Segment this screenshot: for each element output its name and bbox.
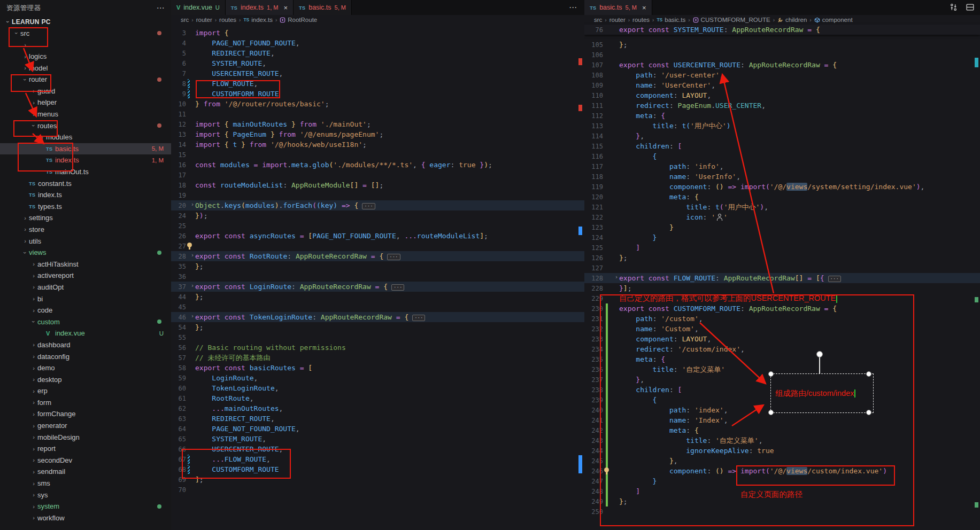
breadcrumb-routes[interactable]: routes bbox=[632, 17, 650, 23]
code-text: CUSTOMFORM_ROUTE bbox=[195, 90, 279, 98]
tree-item-form[interactable]: ›form bbox=[0, 397, 171, 409]
tree-item-types.ts[interactable]: TStypes.ts bbox=[0, 201, 171, 213]
tree-item-system[interactable]: ›system bbox=[0, 501, 171, 512]
tree-item-routes[interactable]: ›routes bbox=[0, 120, 171, 131]
tree-item-actHiTaskinst[interactable]: ›actHiTaskinst bbox=[0, 258, 171, 270]
breadcrumb-src[interactable]: src bbox=[594, 17, 602, 23]
close-icon[interactable]: × bbox=[283, 4, 288, 12]
line-number: 111 bbox=[584, 102, 603, 110]
folded-code-ellipsis[interactable]: ··· bbox=[412, 315, 425, 321]
tree-item-model[interactable]: ›model bbox=[0, 62, 171, 74]
tree-item-hidden[interactable]: › bbox=[0, 39, 171, 51]
tab-basic.ts[interactable]: TSbasic.ts5, M bbox=[294, 0, 352, 15]
tree-item-index.ts[interactable]: TSindex.ts bbox=[0, 189, 171, 201]
editor-layout-icon[interactable] bbox=[966, 3, 975, 12]
breadcrumb-basic.ts[interactable]: TSbasic.ts bbox=[657, 17, 685, 23]
tree-item-sendmail[interactable]: ›sendmail bbox=[0, 466, 171, 478]
ts-file-icon: TS bbox=[29, 204, 38, 209]
code-area-middle[interactable]: 3import {4 PAGE_NOT_FOUND_ROUTE,5 REDIRE… bbox=[171, 25, 584, 530]
fold-chevron-icon[interactable]: › bbox=[191, 283, 194, 289]
tab-basic.ts[interactable]: TSbasic.ts5, M× bbox=[584, 0, 652, 15]
tree-item-erp[interactable]: ›erp bbox=[0, 385, 171, 397]
editor-more-actions-icon[interactable]: ⋯ bbox=[561, 3, 584, 12]
lightbulb-icon[interactable] bbox=[604, 467, 609, 472]
cube-icon bbox=[814, 17, 820, 23]
fold-chevron-icon[interactable]: › bbox=[191, 252, 194, 258]
folded-code-ellipsis[interactable]: ··· bbox=[362, 203, 375, 209]
breadcrumb-src[interactable]: src bbox=[181, 17, 189, 23]
breadcrumb-children[interactable]: children bbox=[777, 17, 807, 23]
tree-item-logics[interactable]: ›logics bbox=[0, 51, 171, 63]
breadcrumb-routes[interactable]: routes bbox=[219, 17, 236, 23]
folded-code-ellipsis[interactable]: ··· bbox=[387, 254, 400, 260]
tree-item-dataconfig[interactable]: ›dataconfig bbox=[0, 350, 171, 362]
close-icon[interactable]: × bbox=[642, 4, 646, 12]
tree-item-custom[interactable]: ›custom bbox=[0, 316, 171, 328]
tree-item-workflow[interactable]: ›workflow bbox=[0, 512, 171, 524]
tree-item-activereport[interactable]: ›activereport bbox=[0, 270, 171, 282]
lightbulb-icon[interactable] bbox=[187, 243, 192, 247]
tree-item-guard[interactable]: ›guard bbox=[0, 85, 171, 97]
code-area-right[interactable]: 76export const SYSTEM_ROUTE: AppRouteRec… bbox=[584, 25, 980, 530]
annotation-handle[interactable] bbox=[768, 371, 774, 377]
split-editor-icon[interactable] bbox=[949, 3, 958, 12]
tree-item-dashboard[interactable]: ›dashboard bbox=[0, 339, 171, 351]
tree-item-modules[interactable]: ›modules bbox=[0, 131, 171, 143]
line-number: 120 bbox=[584, 193, 603, 201]
tree-item-secondDev[interactable]: ›secondDev bbox=[0, 455, 171, 466]
tree-item-settings[interactable]: ›settings bbox=[0, 212, 171, 224]
annotation-handle[interactable] bbox=[768, 410, 774, 415]
gutter-decoration bbox=[603, 486, 619, 496]
folded-code-ellipsis[interactable]: ··· bbox=[391, 284, 404, 291]
tree-item-helper[interactable]: ›helper bbox=[0, 97, 171, 108]
git-added-bar bbox=[606, 496, 608, 506]
tree-item-mainOut.ts[interactable]: TSmainOut.ts bbox=[0, 166, 171, 178]
tree-item-label: constant.ts bbox=[38, 180, 72, 188]
code-text: // Basic routing without permissions bbox=[195, 344, 346, 352]
annotation-handle[interactable] bbox=[866, 410, 871, 415]
tree-item-auditOpt[interactable]: ›auditOpt bbox=[0, 282, 171, 293]
tree-item-LEARUN PC[interactable]: ›LEARUN PC bbox=[0, 16, 171, 28]
breadcrumb-label: children bbox=[785, 17, 807, 23]
breadcrumb-router[interactable]: router bbox=[609, 17, 626, 23]
tree-item-utils[interactable]: ›utils bbox=[0, 235, 171, 247]
tree-item-sys[interactable]: ›sys bbox=[0, 489, 171, 501]
tab-index.ts[interactable]: TSindex.ts1, M× bbox=[226, 0, 294, 15]
tree-item-desktop[interactable]: ›desktop bbox=[0, 373, 171, 385]
gutter-decoration bbox=[186, 485, 195, 495]
tree-item-generator[interactable]: ›generator bbox=[0, 420, 171, 432]
breadcrumb-router[interactable]: router bbox=[196, 17, 212, 23]
tree-item-basic.ts[interactable]: TSbasic.ts5, M bbox=[0, 143, 171, 155]
gutter-decoration bbox=[603, 303, 619, 314]
breadcrumb-CUSTOMFORM_ROUTE[interactable]: CUSTOMFORM_ROUTE bbox=[693, 17, 770, 23]
tree-item-menus[interactable]: ›menus bbox=[0, 108, 171, 120]
tree-item-demo[interactable]: ›demo bbox=[0, 362, 171, 374]
tab-index.vue[interactable]: Vindex.vueU bbox=[171, 0, 226, 15]
tree-item-mobileDesign[interactable]: ›mobileDesign bbox=[0, 431, 171, 443]
tree-item-bi[interactable]: ›bi bbox=[0, 293, 171, 305]
breadcrumb-component[interactable]: component bbox=[814, 17, 853, 23]
annotation-combined-route-box[interactable]: 组成路由/custom/index bbox=[770, 373, 874, 413]
tree-item-constant.ts[interactable]: TSconstant.ts bbox=[0, 177, 171, 189]
tree-item-sms[interactable]: ›sms bbox=[0, 478, 171, 489]
tree-item-index.vue[interactable]: Vindex.vueU bbox=[0, 328, 171, 339]
folded-code-ellipsis[interactable]: ··· bbox=[828, 276, 841, 282]
tree-item-views[interactable]: ›views bbox=[0, 247, 171, 259]
tree-item-router[interactable]: ›router bbox=[0, 74, 171, 85]
tree-item-code[interactable]: ›code bbox=[0, 305, 171, 316]
tree-item-report[interactable]: ›report bbox=[0, 443, 171, 455]
code-line-14: 14import { t } from '/@/hooks/web/useI18… bbox=[171, 139, 584, 150]
tree-item-index.ts[interactable]: TSindex.ts1, M bbox=[0, 154, 171, 166]
fold-chevron-icon[interactable]: › bbox=[191, 313, 194, 319]
breadcrumb-RootRoute[interactable]: RootRoute bbox=[280, 17, 317, 23]
annotation-rotate-handle[interactable] bbox=[816, 351, 823, 357]
breadcrumb-index.ts[interactable]: TSindex.ts bbox=[243, 17, 273, 23]
tree-item-formChange[interactable]: ›formChange bbox=[0, 408, 171, 420]
tree-item-src[interactable]: ›src bbox=[0, 28, 171, 40]
annotation-handle[interactable] bbox=[866, 371, 871, 377]
tree-item-store[interactable]: ›store bbox=[0, 224, 171, 236]
fold-chevron-icon[interactable]: › bbox=[191, 201, 194, 207]
tree-item-label: auditOpt bbox=[37, 283, 64, 291]
explorer-more-actions-icon[interactable]: ⋯ bbox=[157, 3, 165, 13]
fold-chevron-icon[interactable]: › bbox=[615, 274, 618, 280]
